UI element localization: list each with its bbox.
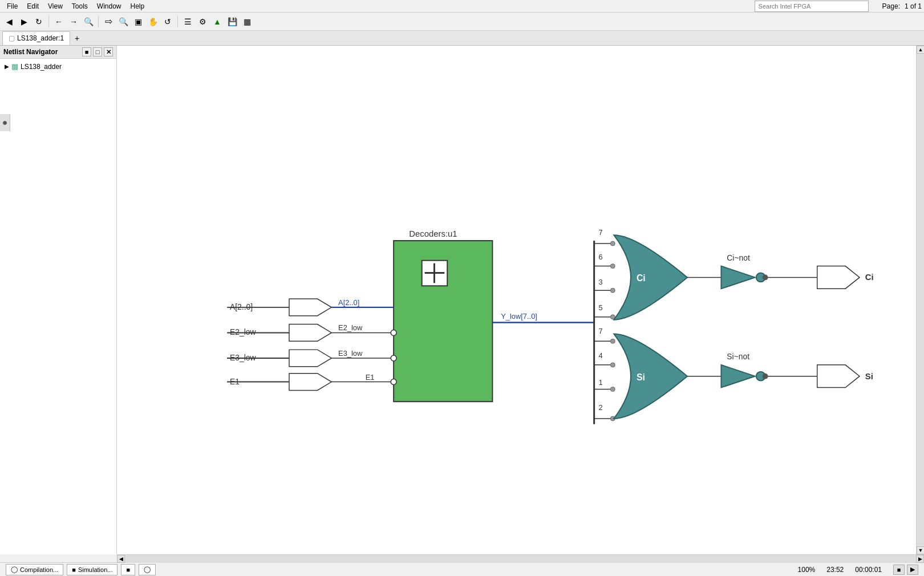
toolbar-sep-3 xyxy=(177,16,178,27)
active-tab[interactable]: ▢ LS138_adder:1 xyxy=(2,31,70,45)
sidebar-collapse-icon: ● xyxy=(2,117,8,128)
toolbar-sep-1 xyxy=(48,16,49,27)
tab-label: LS138_adder:1 xyxy=(17,34,64,42)
ci-gate-label: Ci xyxy=(637,273,646,283)
si-not-gate[interactable] xyxy=(721,365,755,388)
label-e2-input: E2_low xyxy=(230,327,256,336)
sidebar-close-button[interactable]: ✕ xyxy=(104,47,113,56)
label-ylow-bus: Y_low[7..0] xyxy=(501,312,537,321)
taskbar-button-3[interactable]: ■ xyxy=(121,564,135,575)
taskbar-button-1[interactable]: ◯ Compilation... xyxy=(6,564,63,575)
tree-item-label: LS138_adder xyxy=(21,63,62,71)
nav-forward-button[interactable]: → xyxy=(67,15,80,29)
menu-edit[interactable]: Edit xyxy=(22,1,43,11)
taskbar-label-1: Compilation... xyxy=(20,566,58,573)
sidebar-header-icons: ■ □ ✕ xyxy=(82,47,113,56)
settings-button[interactable]: ⚙ xyxy=(196,15,209,29)
ci-output-buffer xyxy=(817,266,860,289)
search-input[interactable] xyxy=(755,1,869,12)
nav-back-button[interactable]: ← xyxy=(52,15,66,29)
grid-button[interactable]: ▦ xyxy=(240,15,254,29)
canvas-and-vscroll: Decoders:u1 A[2..0] A[2..0] E2_low E2_lo… xyxy=(117,46,924,554)
menu-help[interactable]: Help xyxy=(126,1,149,11)
statusbar-left: ◯ Compilation... ■ Simulation... ■ ◯ xyxy=(6,564,787,575)
menu-view[interactable]: View xyxy=(43,1,67,11)
status-btn-1[interactable]: ■ xyxy=(893,565,905,575)
ci-pin-6: 6 xyxy=(599,253,603,261)
taskbar-button-4[interactable]: ◯ xyxy=(139,564,156,575)
svg-point-19 xyxy=(610,264,615,269)
page-label: Page: xyxy=(882,2,900,10)
ci-not-gate[interactable] xyxy=(721,266,755,289)
taskbar-icon-3: ■ xyxy=(126,566,130,573)
menu-file[interactable]: File xyxy=(2,1,22,11)
tabbar: ▢ LS138_adder:1 + xyxy=(0,31,924,46)
zoom-area-button[interactable]: ▣ xyxy=(131,15,145,29)
tree-item-ls138[interactable]: ▶ ▩ LS138_adder xyxy=(2,61,114,72)
vscroll-down-button[interactable]: ▼ xyxy=(917,546,924,554)
list-button[interactable]: ☰ xyxy=(181,15,194,29)
select-button[interactable]: ⇨ xyxy=(102,15,115,29)
svg-point-7 xyxy=(391,330,396,335)
tab-icon: ▢ xyxy=(9,34,15,42)
canvas-area[interactable]: Decoders:u1 A[2..0] A[2..0] E2_low E2_lo… xyxy=(117,46,916,554)
input-buffer-e2 xyxy=(289,324,331,342)
taskbar-button-2[interactable]: ■ Simulation... xyxy=(67,564,117,575)
schematic-svg: Decoders:u1 A[2..0] A[2..0] E2_low E2_lo… xyxy=(117,46,916,554)
si-out-label: Si xyxy=(865,372,873,381)
ci-out-label: Ci xyxy=(865,273,874,282)
export-button[interactable]: 💾 xyxy=(225,15,239,29)
vscroll-up-button[interactable]: ▲ xyxy=(917,46,924,54)
menu-tools[interactable]: Tools xyxy=(67,1,92,11)
hscroll-left-button[interactable]: ◀ xyxy=(117,555,125,563)
forward-button[interactable]: ▶ xyxy=(17,15,31,29)
label-a-input: A[2..0] xyxy=(230,302,253,311)
label-e1-connector: E1 xyxy=(366,373,375,382)
find-button[interactable]: 🔍 xyxy=(82,15,95,29)
decoder-label: Decoders:u1 xyxy=(409,229,457,238)
pan-button[interactable]: ✋ xyxy=(146,15,160,29)
si-or-gate[interactable] xyxy=(614,334,687,419)
zoom-fit-button[interactable]: ↺ xyxy=(161,15,175,29)
main-container: Netlist Navigator ■ □ ✕ ▶ ▩ LS138_adder … xyxy=(0,46,924,562)
hscroll-right-button[interactable]: ▶ xyxy=(916,555,924,563)
label-e3-connector: E3_low xyxy=(338,349,363,358)
ci-pin-3: 3 xyxy=(599,278,603,286)
back-button[interactable]: ◀ xyxy=(2,15,16,29)
si-pin-2: 2 xyxy=(599,403,603,412)
hscroll-track[interactable] xyxy=(125,555,916,563)
svg-point-39 xyxy=(763,374,768,379)
highlight-button[interactable]: ▲ xyxy=(210,15,224,29)
status-btn-2[interactable]: ▶ xyxy=(907,565,918,575)
si-output-buffer xyxy=(817,365,860,388)
si-pin-1: 1 xyxy=(599,378,603,387)
ci-not-label: Ci~not xyxy=(727,253,750,262)
status-time: 23:52 xyxy=(826,566,844,574)
svg-point-28 xyxy=(610,339,615,343)
sidebar-float-button[interactable]: □ xyxy=(93,47,102,56)
taskbar-icon-1: ◯ xyxy=(11,566,18,573)
svg-point-17 xyxy=(610,241,615,246)
svg-point-10 xyxy=(391,355,396,361)
sidebar-title: Netlist Navigator xyxy=(3,48,58,56)
svg-point-38 xyxy=(763,274,768,280)
refresh-button[interactable]: ↻ xyxy=(32,15,46,29)
add-tab-button[interactable]: + xyxy=(70,32,84,44)
label-e1-input: E1 xyxy=(230,377,240,386)
sidebar-collapse-button[interactable]: ● xyxy=(0,114,10,131)
vertical-scrollbar[interactable]: ▲ ▼ xyxy=(916,46,924,554)
taskbar-label-2: Simulation... xyxy=(78,566,113,573)
label-a-connector: A[2..0] xyxy=(338,298,359,307)
zoom-in-button[interactable]: 🔍 xyxy=(116,15,130,29)
statusbar-controls: ■ ▶ xyxy=(893,565,918,575)
ci-pin-7: 7 xyxy=(599,228,603,237)
toolbar-sep-2 xyxy=(98,16,99,27)
menu-window[interactable]: Window xyxy=(92,1,126,11)
ci-or-gate[interactable] xyxy=(614,235,687,320)
input-buffer-a xyxy=(289,299,331,316)
sidebar-pin-button[interactable]: ■ xyxy=(82,47,91,56)
vscroll-track[interactable] xyxy=(917,54,924,546)
input-buffer-e3 xyxy=(289,350,331,367)
svg-point-30 xyxy=(610,363,615,367)
label-e3-input: E3_low xyxy=(230,353,256,362)
